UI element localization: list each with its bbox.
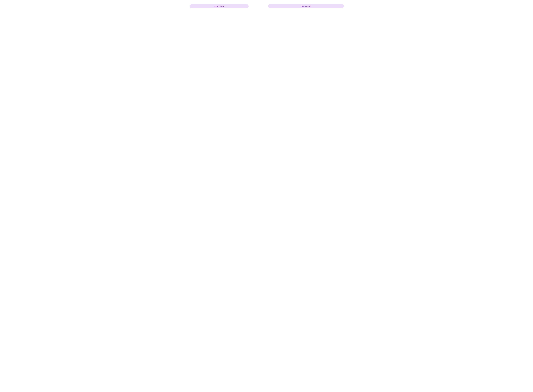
- banner-partner-2: Partner Owned: [268, 4, 344, 8]
- banner-partner-1: Partner Owned: [190, 4, 249, 8]
